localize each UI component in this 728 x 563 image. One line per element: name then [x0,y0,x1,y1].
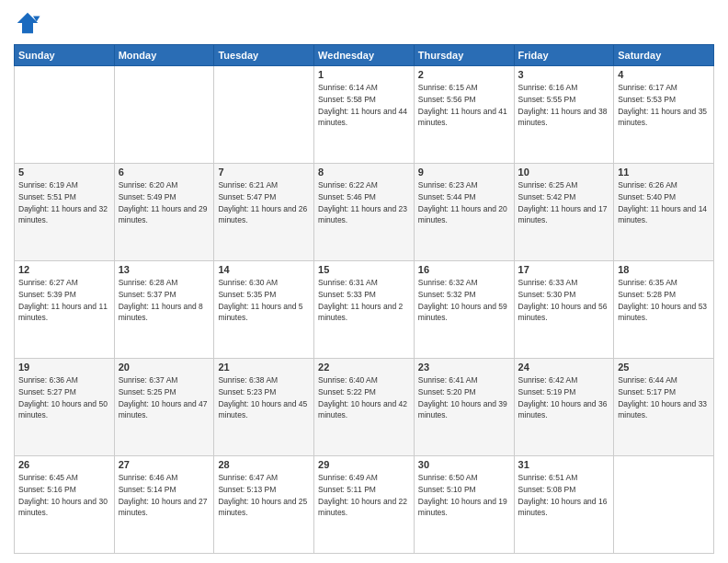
day-info: Sunrise: 6:47 AMSunset: 5:13 PMDaylight:… [218,472,310,519]
day-info: Sunrise: 6:44 AMSunset: 5:17 PMDaylight:… [618,374,710,421]
sunset-text: Sunset: 5:37 PM [119,289,210,301]
day-info: Sunrise: 6:15 AMSunset: 5:56 PMDaylight:… [418,82,510,129]
day-info: Sunrise: 6:30 AMSunset: 5:35 PMDaylight:… [218,277,310,324]
day-number: 24 [518,362,610,373]
day-number: 19 [18,362,110,373]
day-number: 1 [318,69,410,80]
sunset-text: Sunset: 5:56 PM [418,94,510,106]
daylight-text: Daylight: 11 hours and 32 minutes. [18,203,110,227]
sunset-text: Sunset: 5:44 PM [418,191,510,203]
day-cell-2: 2Sunrise: 6:15 AMSunset: 5:56 PMDaylight… [414,66,514,164]
day-number: 17 [518,264,610,275]
sunset-text: Sunset: 5:51 PM [18,191,110,203]
day-info: Sunrise: 6:31 AMSunset: 5:33 PMDaylight:… [318,277,410,324]
day-info: Sunrise: 6:17 AMSunset: 5:53 PMDaylight:… [618,82,710,129]
week-row-0: 1Sunrise: 6:14 AMSunset: 5:58 PMDaylight… [15,66,714,164]
day-number: 29 [318,459,410,470]
sunrise-text: Sunrise: 6:45 AM [18,472,110,484]
day-number: 27 [119,459,210,470]
daylight-text: Daylight: 10 hours and 47 minutes. [119,398,210,422]
sunset-text: Sunset: 5:32 PM [418,289,510,301]
sunset-text: Sunset: 5:22 PM [318,386,410,398]
sunset-text: Sunset: 5:35 PM [218,289,310,301]
daylight-text: Daylight: 10 hours and 25 minutes. [218,496,310,520]
day-cell-21: 21Sunrise: 6:38 AMSunset: 5:23 PMDayligh… [214,359,314,456]
day-info: Sunrise: 6:46 AMSunset: 5:14 PMDaylight:… [119,472,210,519]
sunrise-text: Sunrise: 6:40 AM [318,374,410,386]
day-number: 4 [618,69,710,80]
sunset-text: Sunset: 5:49 PM [119,191,210,203]
day-cell-empty [15,66,115,164]
day-cell-27: 27Sunrise: 6:46 AMSunset: 5:14 PMDayligh… [114,456,214,554]
day-info: Sunrise: 6:21 AMSunset: 5:47 PMDaylight:… [218,179,310,226]
day-info: Sunrise: 6:23 AMSunset: 5:44 PMDaylight:… [418,179,510,226]
day-info: Sunrise: 6:49 AMSunset: 5:11 PMDaylight:… [318,472,410,519]
day-info: Sunrise: 6:32 AMSunset: 5:32 PMDaylight:… [418,277,510,324]
day-number: 23 [418,362,510,373]
day-cell-26: 26Sunrise: 6:45 AMSunset: 5:16 PMDayligh… [15,456,115,554]
sunset-text: Sunset: 5:25 PM [119,386,210,398]
sunset-text: Sunset: 5:08 PM [518,484,610,496]
day-cell-25: 25Sunrise: 6:44 AMSunset: 5:17 PMDayligh… [614,359,714,456]
sunset-text: Sunset: 5:19 PM [518,386,610,398]
day-cell-18: 18Sunrise: 6:35 AMSunset: 5:28 PMDayligh… [614,261,714,359]
day-number: 3 [518,69,610,80]
sunrise-text: Sunrise: 6:33 AM [518,277,610,289]
day-cell-29: 29Sunrise: 6:49 AMSunset: 5:11 PMDayligh… [314,456,415,554]
week-row-1: 5Sunrise: 6:19 AMSunset: 5:51 PMDaylight… [15,164,714,261]
sunrise-text: Sunrise: 6:47 AM [218,472,310,484]
sunrise-text: Sunrise: 6:50 AM [418,472,510,484]
logo-icon [14,9,41,37]
daylight-text: Daylight: 10 hours and 30 minutes. [18,496,110,520]
day-header-sunday: Sunday [15,45,115,66]
sunset-text: Sunset: 5:17 PM [618,386,710,398]
day-header-wednesday: Wednesday [314,45,415,66]
logo [14,9,45,37]
sunset-text: Sunset: 5:16 PM [18,484,110,496]
day-info: Sunrise: 6:27 AMSunset: 5:39 PMDaylight:… [18,277,110,324]
day-number: 14 [218,264,310,275]
day-number: 25 [618,362,710,373]
sunrise-text: Sunrise: 6:15 AM [418,82,510,94]
sunrise-text: Sunrise: 6:28 AM [119,277,210,289]
day-cell-17: 17Sunrise: 6:33 AMSunset: 5:30 PMDayligh… [514,261,614,359]
day-number: 22 [318,362,410,373]
day-cell-12: 12Sunrise: 6:27 AMSunset: 5:39 PMDayligh… [15,261,115,359]
day-number: 20 [119,362,210,373]
daylight-text: Daylight: 10 hours and 22 minutes. [318,496,410,520]
header [14,9,714,37]
day-number: 30 [418,459,510,470]
sunrise-text: Sunrise: 6:42 AM [518,374,610,386]
daylight-text: Daylight: 10 hours and 16 minutes. [518,496,610,520]
sunrise-text: Sunrise: 6:32 AM [418,277,510,289]
day-number: 26 [18,459,110,470]
day-number: 12 [18,264,110,275]
sunset-text: Sunset: 5:23 PM [218,386,310,398]
day-cell-22: 22Sunrise: 6:40 AMSunset: 5:22 PMDayligh… [314,359,415,456]
day-cell-4: 4Sunrise: 6:17 AMSunset: 5:53 PMDaylight… [614,66,714,164]
daylight-text: Daylight: 10 hours and 19 minutes. [418,496,510,520]
day-cell-empty [214,66,314,164]
daylight-text: Daylight: 11 hours and 41 minutes. [418,106,510,130]
day-number: 2 [418,69,510,80]
daylight-text: Daylight: 11 hours and 14 minutes. [618,203,710,227]
day-header-monday: Monday [114,45,214,66]
day-cell-empty [114,66,214,164]
week-row-4: 26Sunrise: 6:45 AMSunset: 5:16 PMDayligh… [15,456,714,554]
sunset-text: Sunset: 5:14 PM [119,484,210,496]
day-cell-8: 8Sunrise: 6:22 AMSunset: 5:46 PMDaylight… [314,164,415,261]
daylight-text: Daylight: 11 hours and 11 minutes. [18,301,110,325]
day-number: 7 [218,167,310,178]
sunrise-text: Sunrise: 6:14 AM [318,82,410,94]
sunrise-text: Sunrise: 6:44 AM [618,374,710,386]
day-info: Sunrise: 6:20 AMSunset: 5:49 PMDaylight:… [119,179,210,226]
sunset-text: Sunset: 5:42 PM [518,191,610,203]
day-number: 31 [518,459,610,470]
day-cell-11: 11Sunrise: 6:26 AMSunset: 5:40 PMDayligh… [614,164,714,261]
sunrise-text: Sunrise: 6:22 AM [318,179,410,191]
day-cell-20: 20Sunrise: 6:37 AMSunset: 5:25 PMDayligh… [114,359,214,456]
sunrise-text: Sunrise: 6:36 AM [18,374,110,386]
daylight-text: Daylight: 10 hours and 39 minutes. [418,398,510,422]
day-cell-empty [614,456,714,554]
day-info: Sunrise: 6:14 AMSunset: 5:58 PMDaylight:… [318,82,410,129]
